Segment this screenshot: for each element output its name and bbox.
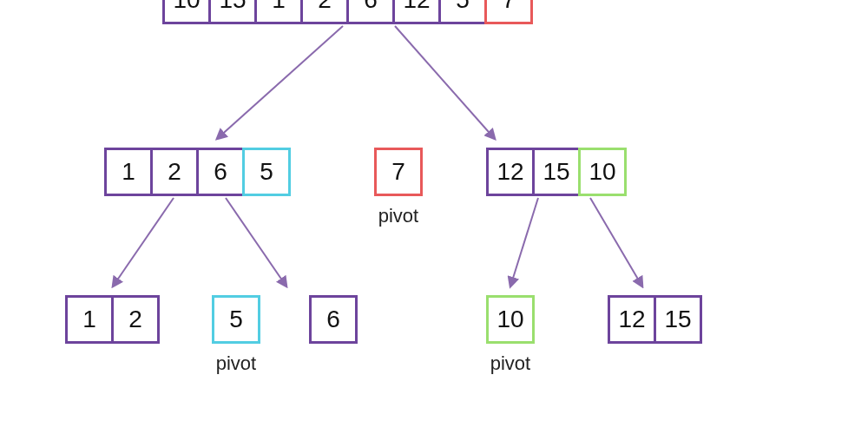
arrow (226, 198, 286, 286)
pivot-label: pivot (212, 352, 260, 375)
cell: 15 (654, 295, 702, 344)
cell: 5 (242, 148, 291, 196)
arrows-layer (0, 0, 868, 434)
cell: 5 (438, 0, 487, 24)
arrow (395, 26, 495, 139)
cell: 2 (150, 148, 199, 196)
cell: 15 (208, 0, 257, 24)
cell: 12 (608, 295, 656, 344)
cell: 7 (484, 0, 533, 24)
cell: 1 (254, 0, 303, 24)
pivot-label: pivot (486, 352, 535, 375)
cell: 2 (300, 0, 349, 24)
cell: 7 (374, 148, 423, 196)
array-pivot7: 7 (374, 148, 423, 196)
array-r1215: 1215 (608, 295, 702, 344)
array-pivot5: 5 (212, 295, 260, 344)
cell: 10 (162, 0, 211, 24)
cell: 10 (486, 295, 535, 344)
array-pivot10: 10 (486, 295, 535, 344)
pivot-label: pivot (374, 205, 423, 227)
cell: 5 (212, 295, 260, 344)
cell: 15 (532, 148, 581, 196)
cell: 12 (392, 0, 441, 24)
arrow (590, 198, 642, 286)
quicksort-diagram: 1015126125712657pivot121510125pivot610pi… (0, 0, 868, 434)
cell: 6 (196, 148, 245, 196)
cell: 2 (111, 295, 160, 344)
cell: 12 (486, 148, 535, 196)
array-root: 10151261257 (162, 0, 533, 24)
array-right: 121510 (486, 148, 627, 196)
array-l12: 12 (65, 295, 160, 344)
array-left: 1265 (104, 148, 291, 196)
arrow (217, 26, 343, 139)
cell: 6 (309, 295, 358, 344)
arrow (510, 198, 538, 286)
cell: 1 (104, 148, 153, 196)
array-l6: 6 (309, 295, 358, 344)
arrow (113, 198, 174, 286)
cell: 6 (346, 0, 395, 24)
cell: 1 (65, 295, 114, 344)
cell: 10 (578, 148, 627, 196)
